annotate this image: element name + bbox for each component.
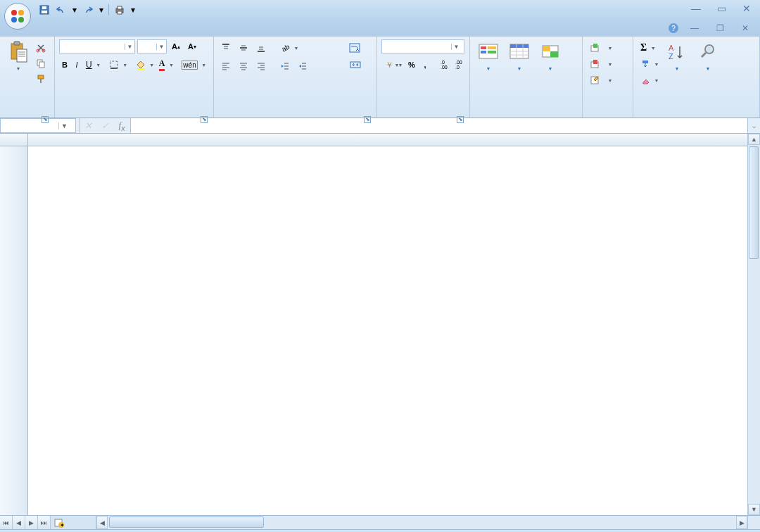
underline-button[interactable]: U▼ [83, 58, 102, 72]
help-icon[interactable]: ? [669, 23, 678, 33]
svg-rect-9 [118, 11, 122, 14]
name-box-dropdown[interactable]: ▼ [58, 122, 70, 129]
number-launcher[interactable]: ⬊ [457, 116, 464, 123]
increase-decimal-button[interactable]: .0.00 [438, 58, 450, 72]
clipboard-launcher[interactable]: ⬊ [42, 116, 49, 123]
select-all-corner[interactable] [0, 134, 28, 146]
increase-indent-button[interactable] [295, 59, 310, 73]
find-select-button[interactable]: ▼ [694, 39, 722, 72]
svg-text:.00: .00 [455, 60, 462, 65]
qat-divider [108, 4, 109, 15]
font-launcher[interactable]: ⬊ [201, 116, 208, 123]
maximize-button[interactable]: ▭ [712, 3, 730, 14]
name-box[interactable]: ▼ [0, 118, 76, 133]
font-name-combo[interactable]: ▼ [59, 39, 135, 53]
border-button[interactable]: ▼ [106, 58, 129, 72]
align-center-button[interactable] [236, 59, 251, 73]
undo-dropdown[interactable]: ▾ [72, 5, 77, 15]
font-size-dropdown[interactable]: ▼ [156, 44, 166, 50]
number-format-combo[interactable]: ▼ [381, 39, 464, 53]
first-sheet-button[interactable]: ⏮ [0, 516, 13, 529]
undo-icon[interactable] [55, 4, 68, 16]
comma-button[interactable]: , [419, 58, 431, 72]
minimize-button[interactable]: — [687, 3, 705, 14]
paste-button[interactable]: ▼ [4, 39, 32, 72]
cut-icon[interactable] [35, 42, 46, 53]
fill-color-button[interactable]: ▼ [133, 58, 156, 72]
formula-input[interactable] [131, 118, 747, 133]
phonetic-button[interactable]: wén▼ [179, 58, 207, 72]
group-number: ▼ ￥▼ % , .0.00 .00.0 ⬊ [377, 37, 470, 118]
redo-icon[interactable] [82, 4, 94, 16]
qat-customize-dropdown[interactable]: ▾ [130, 5, 136, 15]
scroll-right-button[interactable]: ▶ [736, 516, 747, 529]
decrease-decimal-button[interactable]: .00.0 [452, 58, 465, 72]
font-name-dropdown[interactable]: ▼ [125, 44, 134, 50]
close-button[interactable]: ✕ [737, 3, 756, 14]
autosum-button[interactable]: Σ▼ [638, 41, 660, 55]
name-box-input[interactable] [1, 121, 58, 131]
align-top-button[interactable] [218, 41, 234, 55]
grow-font-button[interactable]: A▴ [169, 39, 183, 53]
align-middle-button[interactable] [236, 41, 251, 55]
cond-format-icon [477, 41, 500, 63]
number-format-dropdown[interactable]: ▼ [451, 44, 461, 50]
hscroll-thumb[interactable] [109, 517, 264, 528]
last-sheet-button[interactable]: ⏭ [38, 516, 51, 529]
quick-access-toolbar: ▾ ▾ ▾ [38, 4, 136, 16]
format-cells-button[interactable]: ▼ [587, 73, 628, 87]
align-right-button[interactable] [253, 59, 269, 73]
row-headers [0, 146, 28, 515]
enter-formula-button[interactable]: ✓ [98, 120, 112, 132]
font-color-button[interactable]: A▼ [156, 58, 175, 72]
shrink-font-button[interactable]: A▾ [185, 39, 199, 53]
column-headers [28, 134, 747, 146]
cells-area[interactable] [28, 146, 747, 515]
font-size-input[interactable] [138, 42, 156, 51]
delete-cells-button[interactable]: ▼ [587, 57, 628, 71]
italic-button[interactable]: I [71, 58, 82, 72]
clear-button[interactable]: ▼ [638, 73, 660, 87]
expand-formula-bar-button[interactable]: ⌵ [747, 118, 760, 133]
align-left-button[interactable] [218, 59, 234, 73]
format-painter-icon[interactable] [35, 73, 46, 84]
redo-dropdown[interactable]: ▾ [99, 5, 104, 15]
workbook-minimize-button[interactable]: — [685, 23, 704, 34]
scroll-up-button[interactable]: ▲ [748, 134, 760, 145]
font-name-input[interactable] [60, 42, 125, 51]
workbook-close-button[interactable]: ✕ [736, 23, 754, 34]
copy-icon[interactable] [35, 58, 46, 69]
ribbon: ▼ ⬊ ▼ ▼ A▴ A▾ B I U▼ ▼ [0, 37, 760, 118]
font-size-combo[interactable]: ▼ [137, 39, 167, 53]
cancel-formula-button[interactable]: ✕ [82, 120, 96, 132]
office-button[interactable] [4, 3, 31, 30]
save-icon[interactable] [38, 4, 51, 16]
horizontal-scrollbar[interactable]: ◀ ▶ [96, 516, 747, 529]
sort-filter-button[interactable]: AZ▼ [663, 39, 691, 72]
conditional-format-button[interactable]: ▼ [474, 39, 502, 72]
insert-function-button[interactable]: fx [115, 120, 129, 132]
align-bottom-button[interactable] [253, 41, 269, 55]
scroll-left-button[interactable]: ◀ [96, 516, 108, 529]
accounting-format-button[interactable]: ￥▼ [381, 58, 404, 72]
new-sheet-button[interactable]: ✦ [51, 516, 68, 529]
number-format-input[interactable] [382, 42, 451, 51]
cell-styles-button[interactable]: ▼ [536, 39, 564, 72]
format-table-button[interactable]: ▼ [505, 39, 533, 72]
svg-text:✦: ✦ [60, 522, 65, 528]
fill-button[interactable]: ▼ [638, 57, 660, 71]
scroll-down-button[interactable]: ▼ [748, 504, 760, 515]
prev-sheet-button[interactable]: ◀ [13, 516, 25, 529]
print-icon[interactable] [113, 4, 126, 16]
insert-cells-button[interactable]: ▼ [587, 41, 628, 55]
orientation-button[interactable]: ab▼ [277, 41, 300, 55]
decrease-indent-button[interactable] [277, 59, 293, 73]
next-sheet-button[interactable]: ▶ [25, 516, 38, 529]
hscroll-split[interactable] [747, 516, 760, 529]
alignment-launcher[interactable]: ⬊ [364, 116, 371, 123]
percent-button[interactable]: % [406, 58, 417, 72]
bold-button[interactable]: B [59, 58, 70, 72]
vscroll-thumb[interactable] [749, 146, 759, 259]
workbook-restore-button[interactable]: ❐ [711, 23, 729, 34]
vertical-scrollbar[interactable]: ▲ ▼ [747, 134, 760, 515]
